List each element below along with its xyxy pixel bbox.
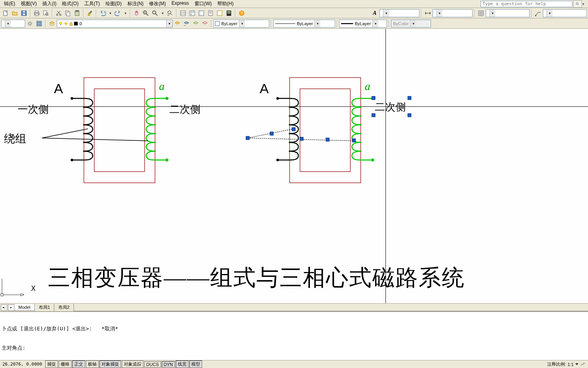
table-style-combo[interactable]: ▾ bbox=[486, 9, 530, 17]
chevron-down-icon[interactable] bbox=[575, 363, 578, 365]
multileader-style-combo[interactable]: ▾ bbox=[543, 9, 587, 17]
selection-grip[interactable] bbox=[372, 114, 375, 117]
menu-view[interactable]: 视图(V) bbox=[18, 0, 39, 8]
properties-button[interactable] bbox=[179, 9, 187, 18]
undo-button[interactable] bbox=[98, 9, 107, 18]
help-search-input[interactable] bbox=[481, 1, 572, 7]
layer-states-button[interactable] bbox=[173, 19, 182, 28]
search-button[interactable] bbox=[573, 0, 582, 8]
selection-grip[interactable] bbox=[408, 96, 411, 100]
text-style-combo[interactable]: ▾ bbox=[379, 9, 419, 17]
pan-button[interactable] bbox=[132, 9, 141, 18]
menu-insert[interactable]: 插入(I) bbox=[40, 0, 59, 8]
linetype-combo[interactable]: ByLayer ▾ bbox=[273, 20, 335, 28]
command-window[interactable]: 卜点或 [退出(E)/放弃(U)] <退出>: *取消* 主对角点: 主对角点: bbox=[0, 311, 588, 360]
selection-grip[interactable] bbox=[300, 137, 304, 141]
redo-button[interactable] bbox=[113, 9, 122, 18]
toggle-snap[interactable]: 捕捉 bbox=[45, 360, 58, 368]
paste-button[interactable] bbox=[73, 9, 81, 18]
open-button[interactable] bbox=[10, 9, 19, 18]
selection-grip[interactable] bbox=[408, 114, 411, 117]
layer-match-button[interactable] bbox=[201, 19, 209, 28]
copy-button[interactable] bbox=[64, 9, 72, 18]
annotation-visibility-icon[interactable] bbox=[580, 362, 586, 367]
selection-grip[interactable] bbox=[270, 132, 274, 136]
menu-draw[interactable]: 绘图(D) bbox=[103, 0, 124, 8]
tool-palettes-button[interactable] bbox=[197, 9, 206, 18]
calculator-button[interactable] bbox=[224, 9, 233, 18]
drawing-area[interactable]: X A a 一次侧 二次侧 绕组 bbox=[0, 29, 588, 303]
dim-style-combo[interactable]: ▾ bbox=[433, 9, 473, 17]
toggle-polar[interactable]: 极轴 bbox=[86, 360, 99, 368]
layer-iso-button[interactable] bbox=[191, 19, 200, 28]
plot-button[interactable] bbox=[32, 9, 41, 18]
selection-grip[interactable] bbox=[246, 136, 250, 140]
tab-model[interactable]: Model bbox=[14, 304, 35, 311]
search-dropdown-icon[interactable]: ▾ bbox=[582, 2, 587, 6]
zoom-window-button[interactable] bbox=[151, 9, 159, 18]
multileader-style-button[interactable] bbox=[534, 9, 542, 18]
workspace-toolbar-button[interactable] bbox=[35, 19, 44, 28]
markup-button[interactable] bbox=[215, 9, 224, 18]
help-toolbar-button[interactable]: ? bbox=[237, 9, 246, 18]
toggle-lwt[interactable]: 线宽 bbox=[176, 360, 189, 368]
preview-button[interactable] bbox=[42, 9, 50, 18]
workspace-combo[interactable]: ▾ bbox=[1, 20, 25, 28]
toggle-grid[interactable]: 栅格 bbox=[59, 360, 72, 368]
toggle-osnap[interactable]: 对象捕捉 bbox=[99, 360, 121, 368]
toggle-dyn[interactable]: DYN bbox=[162, 361, 175, 368]
svg-point-12 bbox=[56, 14, 58, 16]
menu-dimension[interactable]: 标注(N) bbox=[125, 0, 146, 8]
layer-combo[interactable]: 0 ▾ bbox=[57, 20, 173, 28]
selection-grip[interactable] bbox=[326, 138, 330, 142]
tab-layout2[interactable]: 布局2 bbox=[54, 304, 74, 312]
menu-tools[interactable]: 工具(T) bbox=[82, 0, 102, 8]
cut-button[interactable] bbox=[54, 9, 63, 18]
menu-express[interactable]: Express bbox=[169, 0, 191, 8]
selection-grip[interactable] bbox=[292, 128, 296, 131]
dimension-icon bbox=[425, 10, 431, 16]
lineweight-combo[interactable]: ByLayer ▾ bbox=[339, 20, 387, 28]
svg-rect-5 bbox=[23, 11, 25, 12]
new-button[interactable] bbox=[1, 9, 10, 18]
zoom-dropdown[interactable]: ▾ bbox=[160, 9, 165, 18]
tab-layout1[interactable]: 布局1 bbox=[34, 304, 54, 312]
selection-grip[interactable] bbox=[372, 96, 375, 100]
toggle-ducs[interactable]: DUCS bbox=[144, 361, 161, 368]
dropdown-arrow-icon: ▾ bbox=[314, 20, 320, 27]
plotstyle-combo[interactable]: ByColor ▾ bbox=[391, 20, 431, 28]
workspace-settings-button[interactable] bbox=[26, 19, 34, 28]
menu-window[interactable]: 窗口(W) bbox=[192, 0, 214, 8]
svg-rect-15 bbox=[67, 12, 70, 16]
layer-properties-button[interactable] bbox=[48, 19, 56, 28]
terminal-A-label: A bbox=[54, 81, 63, 96]
zoom-previous-button[interactable] bbox=[166, 9, 175, 18]
redo-icon bbox=[115, 10, 121, 16]
sheet-set-button[interactable] bbox=[206, 9, 215, 18]
dim-style-button[interactable] bbox=[423, 9, 432, 18]
tab-nav-first[interactable]: ▸| bbox=[1, 304, 7, 311]
text-style-button[interactable]: A bbox=[370, 9, 379, 18]
save-button[interactable] bbox=[20, 9, 28, 18]
toggle-model[interactable]: 模型 bbox=[189, 360, 202, 368]
svg-point-81 bbox=[166, 159, 168, 161]
match-properties-button[interactable] bbox=[85, 9, 94, 18]
selection-grip[interactable] bbox=[352, 139, 356, 142]
menu-modify[interactable]: 修改(M) bbox=[147, 0, 168, 8]
redo-dropdown[interactable]: ▾ bbox=[123, 9, 128, 18]
undo-dropdown[interactable]: ▾ bbox=[107, 9, 113, 18]
toggle-ortho[interactable]: 正交 bbox=[72, 360, 85, 368]
table-style-button[interactable] bbox=[477, 9, 485, 18]
layer-previous-button[interactable] bbox=[182, 19, 191, 28]
drawing-title: 三相变压器——组式与三相心式磁路系统 bbox=[48, 263, 465, 293]
toggle-otrack[interactable]: 对象追踪 bbox=[122, 360, 143, 368]
annotation-scale-value[interactable]: 1:1 bbox=[568, 362, 574, 367]
tab-nav-prev[interactable]: ▸ bbox=[8, 304, 14, 311]
color-combo[interactable]: ByLayer ▾ bbox=[213, 20, 269, 28]
design-center-button[interactable] bbox=[188, 9, 197, 18]
zoom-realtime-button[interactable]: ± bbox=[141, 9, 150, 18]
menu-format[interactable]: 格式(O) bbox=[60, 0, 81, 8]
menu-help[interactable]: 帮助(H) bbox=[215, 0, 236, 8]
svg-point-13 bbox=[60, 14, 61, 16]
menu-edit[interactable]: 辑(E) bbox=[2, 0, 18, 8]
